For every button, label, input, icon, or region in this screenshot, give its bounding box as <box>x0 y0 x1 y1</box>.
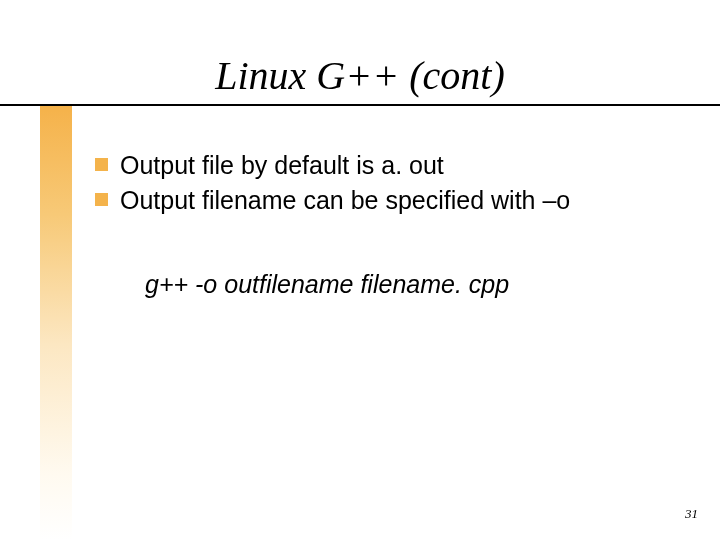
bullet-list: Output file by default is a. out Output … <box>95 150 685 221</box>
page-number: 31 <box>685 506 698 522</box>
bullet-text: Output filename can be specified with –o <box>120 185 570 216</box>
title-underline <box>0 104 720 106</box>
side-accent-bar <box>40 106 72 540</box>
list-item: Output filename can be specified with –o <box>95 185 685 216</box>
square-bullet-icon <box>95 193 108 206</box>
list-item: Output file by default is a. out <box>95 150 685 181</box>
command-example: g++ -o outfilename filename. cpp <box>145 270 509 299</box>
slide-title: Linux G++ (cont) <box>0 52 720 99</box>
square-bullet-icon <box>95 158 108 171</box>
bullet-text: Output file by default is a. out <box>120 150 444 181</box>
